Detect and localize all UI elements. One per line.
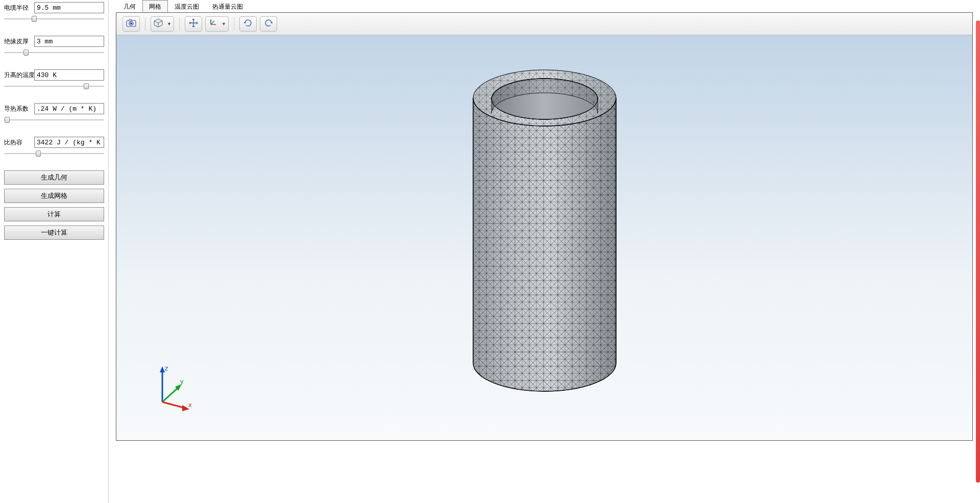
move-icon	[189, 18, 198, 29]
viewer-frame: ▼ ▼	[116, 12, 973, 441]
param-elevated-temperature: 升高的温度	[4, 69, 104, 90]
param-cable-radius: 电缆半径	[4, 2, 104, 22]
calculate-button[interactable]: 计算	[4, 207, 104, 221]
generate-geometry-button[interactable]: 生成几何	[4, 170, 104, 185]
param-specific-heat: 比热容	[4, 137, 104, 157]
insulation-thickness-slider[interactable]	[4, 49, 104, 56]
rotate-cw-icon	[263, 18, 274, 29]
cable-radius-input[interactable]	[34, 2, 104, 13]
axes-icon	[208, 18, 217, 29]
param-label: 比热容	[4, 138, 32, 147]
one-click-calculate-button[interactable]: 一键计算	[4, 225, 104, 240]
viewport-3d[interactable]: z y x	[116, 35, 972, 440]
tab-temperature-contour[interactable]: 温度云图	[168, 0, 206, 12]
svg-marker-16	[160, 366, 165, 372]
tab-bar: 几何 网格 温度云图 热通量云图	[113, 0, 976, 12]
specific-heat-slider[interactable]	[4, 150, 104, 157]
rotate-ccw-icon	[243, 18, 253, 29]
axis-y-label: y	[180, 378, 184, 385]
viewer-toolbar: ▼ ▼	[116, 13, 972, 35]
thermal-conductivity-input[interactable]	[34, 103, 104, 114]
pan-button[interactable]	[185, 16, 202, 32]
cube-icon	[153, 18, 163, 30]
tab-heat-flux-contour[interactable]: 热通量云图	[206, 0, 250, 12]
tab-mesh[interactable]: 网格	[142, 0, 168, 12]
main-panel: 几何 网格 温度云图 热通量云图 ▼	[109, 0, 980, 503]
chevron-down-icon: ▼	[222, 21, 226, 27]
param-label: 导热系数	[4, 105, 32, 113]
svg-line-8	[211, 21, 214, 24]
elevated-temperature-input[interactable]	[34, 69, 104, 81]
param-label: 绝缘皮厚	[4, 37, 32, 46]
param-insulation-thickness: 绝缘皮厚	[4, 36, 104, 56]
svg-point-2	[130, 22, 132, 24]
generate-mesh-button[interactable]: 生成网格	[4, 189, 104, 203]
param-label: 电缆半径	[4, 4, 32, 12]
axis-z-label: z	[165, 364, 168, 372]
tab-geometry[interactable]: 几何	[117, 0, 142, 12]
elevated-temperature-slider[interactable]	[4, 83, 104, 90]
axis-x-label: x	[188, 401, 192, 409]
toolbar-separator	[145, 17, 145, 31]
param-thermal-conductivity: 导热系数	[4, 103, 104, 123]
specific-heat-input[interactable]	[34, 137, 104, 148]
snapshot-button[interactable]	[122, 16, 140, 32]
view-cube-dropdown[interactable]: ▼	[151, 16, 174, 32]
axes-dropdown[interactable]: ▼	[205, 16, 229, 32]
rotate-ccw-button[interactable]	[239, 16, 257, 32]
svg-line-19	[162, 402, 185, 408]
camera-icon	[126, 19, 136, 29]
parameter-sidebar: 电缆半径 绝缘皮厚 升高的温度	[0, 0, 109, 503]
chevron-down-icon: ▼	[167, 21, 172, 27]
toolbar-separator	[179, 17, 180, 31]
mesh-cylinder	[458, 52, 631, 409]
svg-rect-3	[129, 19, 132, 21]
thermal-conductivity-slider[interactable]	[4, 116, 104, 123]
svg-line-17	[162, 387, 179, 402]
insulation-thickness-input[interactable]	[34, 36, 104, 47]
right-scroll-indicator[interactable]	[976, 20, 980, 483]
axis-triad: z y x	[150, 361, 201, 412]
rotate-cw-button[interactable]	[260, 16, 277, 32]
cable-radius-slider[interactable]	[4, 15, 104, 22]
toolbar-separator	[234, 17, 234, 31]
param-label: 升高的温度	[4, 71, 32, 80]
